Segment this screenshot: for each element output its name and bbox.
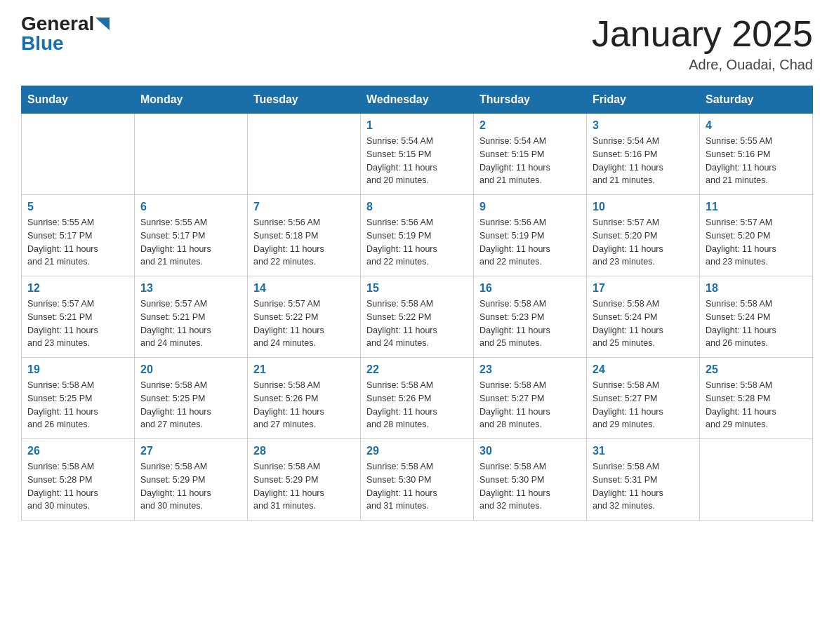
location-text: Adre, Ouadai, Chad (592, 57, 813, 73)
calendar-cell: 28Sunrise: 5:58 AM Sunset: 5:29 PM Dayli… (248, 439, 361, 521)
calendar-cell: 26Sunrise: 5:58 AM Sunset: 5:28 PM Dayli… (22, 439, 135, 521)
day-number: 16 (479, 282, 581, 295)
day-number: 14 (253, 282, 355, 295)
day-info: Sunrise: 5:58 AM Sunset: 5:26 PM Dayligh… (366, 379, 468, 431)
calendar-cell: 14Sunrise: 5:57 AM Sunset: 5:22 PM Dayli… (248, 276, 361, 358)
day-info: Sunrise: 5:54 AM Sunset: 5:16 PM Dayligh… (593, 135, 694, 187)
day-info: Sunrise: 5:58 AM Sunset: 5:25 PM Dayligh… (140, 379, 241, 431)
day-number: 1 (366, 119, 468, 132)
day-info: Sunrise: 5:58 AM Sunset: 5:27 PM Dayligh… (479, 379, 581, 431)
day-number: 22 (366, 363, 468, 376)
day-number: 8 (366, 201, 468, 213)
calendar-cell: 23Sunrise: 5:58 AM Sunset: 5:27 PM Dayli… (474, 358, 587, 439)
header-wednesday: Wednesday (361, 86, 474, 114)
day-info: Sunrise: 5:55 AM Sunset: 5:16 PM Dayligh… (706, 135, 807, 187)
week-row-2: 5Sunrise: 5:55 AM Sunset: 5:17 PM Daylig… (22, 195, 813, 276)
calendar-cell: 15Sunrise: 5:58 AM Sunset: 5:22 PM Dayli… (361, 276, 474, 358)
svg-marker-0 (95, 18, 110, 30)
day-number: 23 (479, 363, 581, 376)
day-info: Sunrise: 5:56 AM Sunset: 5:19 PM Dayligh… (479, 216, 581, 269)
day-number: 10 (593, 201, 694, 213)
day-number: 21 (253, 363, 355, 376)
day-info: Sunrise: 5:58 AM Sunset: 5:23 PM Dayligh… (479, 297, 581, 350)
calendar-header-row: SundayMondayTuesdayWednesdayThursdayFrid… (22, 86, 813, 114)
day-number: 30 (479, 445, 581, 457)
calendar-cell: 22Sunrise: 5:58 AM Sunset: 5:26 PM Dayli… (361, 358, 474, 439)
day-number: 27 (140, 445, 241, 457)
header-friday: Friday (587, 86, 700, 114)
day-info: Sunrise: 5:58 AM Sunset: 5:25 PM Dayligh… (27, 379, 128, 431)
calendar-cell: 21Sunrise: 5:58 AM Sunset: 5:26 PM Dayli… (248, 358, 361, 439)
week-row-4: 19Sunrise: 5:58 AM Sunset: 5:25 PM Dayli… (22, 358, 813, 439)
day-info: Sunrise: 5:57 AM Sunset: 5:21 PM Dayligh… (140, 297, 241, 350)
week-row-1: 1Sunrise: 5:54 AM Sunset: 5:15 PM Daylig… (22, 114, 813, 195)
calendar-cell: 13Sunrise: 5:57 AM Sunset: 5:21 PM Dayli… (135, 276, 248, 358)
day-number: 3 (593, 119, 694, 132)
logo-blue-text: Blue (21, 34, 64, 53)
day-info: Sunrise: 5:58 AM Sunset: 5:30 PM Dayligh… (479, 460, 581, 513)
header-monday: Monday (135, 86, 248, 114)
day-info: Sunrise: 5:57 AM Sunset: 5:20 PM Dayligh… (593, 216, 694, 269)
week-row-3: 12Sunrise: 5:57 AM Sunset: 5:21 PM Dayli… (22, 276, 813, 358)
calendar-cell: 20Sunrise: 5:58 AM Sunset: 5:25 PM Dayli… (135, 358, 248, 439)
day-info: Sunrise: 5:58 AM Sunset: 5:24 PM Dayligh… (593, 297, 694, 350)
day-number: 25 (706, 363, 807, 376)
logo-general-text: General (21, 14, 94, 34)
day-number: 2 (479, 119, 581, 132)
day-info: Sunrise: 5:56 AM Sunset: 5:18 PM Dayligh… (253, 216, 355, 269)
calendar-cell: 3Sunrise: 5:54 AM Sunset: 5:16 PM Daylig… (587, 114, 700, 195)
day-info: Sunrise: 5:54 AM Sunset: 5:15 PM Dayligh… (479, 135, 581, 187)
day-number: 19 (27, 363, 128, 376)
calendar-cell: 2Sunrise: 5:54 AM Sunset: 5:15 PM Daylig… (474, 114, 587, 195)
calendar-cell: 6Sunrise: 5:55 AM Sunset: 5:17 PM Daylig… (135, 195, 248, 276)
day-info: Sunrise: 5:54 AM Sunset: 5:15 PM Dayligh… (366, 135, 468, 187)
calendar-cell: 16Sunrise: 5:58 AM Sunset: 5:23 PM Dayli… (474, 276, 587, 358)
day-number: 31 (593, 445, 694, 457)
day-info: Sunrise: 5:58 AM Sunset: 5:26 PM Dayligh… (253, 379, 355, 431)
header-thursday: Thursday (474, 86, 587, 114)
day-info: Sunrise: 5:57 AM Sunset: 5:21 PM Dayligh… (27, 297, 128, 350)
logo: General Blue (21, 14, 110, 53)
title-block: January 2025 Adre, Ouadai, Chad (592, 14, 813, 73)
calendar-cell: 19Sunrise: 5:58 AM Sunset: 5:25 PM Dayli… (22, 358, 135, 439)
day-info: Sunrise: 5:56 AM Sunset: 5:19 PM Dayligh… (366, 216, 468, 269)
calendar-cell: 5Sunrise: 5:55 AM Sunset: 5:17 PM Daylig… (22, 195, 135, 276)
header-sunday: Sunday (22, 86, 135, 114)
day-number: 5 (27, 201, 128, 213)
calendar-cell: 17Sunrise: 5:58 AM Sunset: 5:24 PM Dayli… (587, 276, 700, 358)
header-tuesday: Tuesday (248, 86, 361, 114)
day-number: 7 (253, 201, 355, 213)
calendar-cell: 31Sunrise: 5:58 AM Sunset: 5:31 PM Dayli… (587, 439, 700, 521)
header-saturday: Saturday (700, 86, 813, 114)
day-info: Sunrise: 5:58 AM Sunset: 5:22 PM Dayligh… (366, 297, 468, 350)
day-info: Sunrise: 5:58 AM Sunset: 5:28 PM Dayligh… (706, 379, 807, 431)
day-number: 13 (140, 282, 241, 295)
calendar-cell: 25Sunrise: 5:58 AM Sunset: 5:28 PM Dayli… (700, 358, 813, 439)
calendar-cell: 7Sunrise: 5:56 AM Sunset: 5:18 PM Daylig… (248, 195, 361, 276)
day-info: Sunrise: 5:58 AM Sunset: 5:24 PM Dayligh… (706, 297, 807, 350)
calendar-cell: 30Sunrise: 5:58 AM Sunset: 5:30 PM Dayli… (474, 439, 587, 521)
day-info: Sunrise: 5:55 AM Sunset: 5:17 PM Dayligh… (27, 216, 128, 269)
calendar-cell (135, 114, 248, 195)
page-header: General Blue January 2025 Adre, Ouadai, … (21, 14, 813, 73)
day-number: 12 (27, 282, 128, 295)
calendar-cell: 29Sunrise: 5:58 AM Sunset: 5:30 PM Dayli… (361, 439, 474, 521)
calendar-cell (248, 114, 361, 195)
calendar-cell: 27Sunrise: 5:58 AM Sunset: 5:29 PM Dayli… (135, 439, 248, 521)
logo-triangle-icon (95, 18, 110, 32)
calendar-table: SundayMondayTuesdayWednesdayThursdayFrid… (21, 86, 813, 521)
day-info: Sunrise: 5:58 AM Sunset: 5:30 PM Dayligh… (366, 460, 468, 513)
calendar-cell: 1Sunrise: 5:54 AM Sunset: 5:15 PM Daylig… (361, 114, 474, 195)
day-number: 26 (27, 445, 128, 457)
day-info: Sunrise: 5:57 AM Sunset: 5:22 PM Dayligh… (253, 297, 355, 350)
calendar-cell: 11Sunrise: 5:57 AM Sunset: 5:20 PM Dayli… (700, 195, 813, 276)
day-info: Sunrise: 5:58 AM Sunset: 5:27 PM Dayligh… (593, 379, 694, 431)
day-number: 18 (706, 282, 807, 295)
day-number: 29 (366, 445, 468, 457)
calendar-cell (22, 114, 135, 195)
calendar-cell: 24Sunrise: 5:58 AM Sunset: 5:27 PM Dayli… (587, 358, 700, 439)
calendar-cell: 12Sunrise: 5:57 AM Sunset: 5:21 PM Dayli… (22, 276, 135, 358)
day-number: 28 (253, 445, 355, 457)
day-info: Sunrise: 5:58 AM Sunset: 5:28 PM Dayligh… (27, 460, 128, 513)
day-info: Sunrise: 5:57 AM Sunset: 5:20 PM Dayligh… (706, 216, 807, 269)
